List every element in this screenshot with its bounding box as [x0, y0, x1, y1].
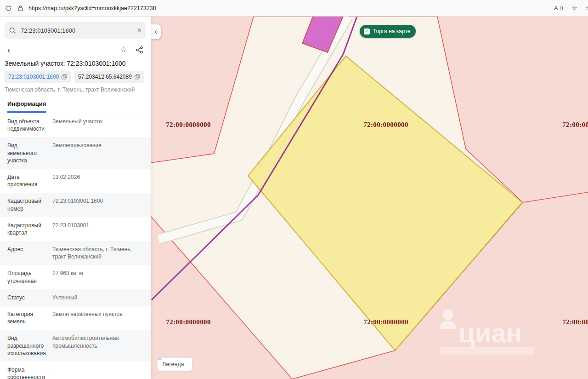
- torgi-toggle-button[interactable]: ✓ Торги на карте: [360, 25, 416, 38]
- table-row: Адрес Тюменская область, г. Тюмень, трак…: [0, 241, 151, 265]
- table-row: Статус Учтенный: [0, 289, 151, 306]
- quarter-label: 72:00:0000000: [363, 121, 408, 128]
- search-input[interactable]: [20, 27, 134, 34]
- row-value: Учтенный: [51, 289, 151, 306]
- share-icon[interactable]: [136, 46, 143, 54]
- page-title: Земельный участок: 72:23:0103001:1600: [0, 56, 151, 70]
- row-label: Площадь уточненная: [0, 265, 51, 289]
- refresh-icon[interactable]: [5, 5, 12, 12]
- torgi-checkbox[interactable]: ✓: [364, 29, 370, 34]
- row-value: Тюменская область, г. Тюмень, тракт Вели…: [51, 241, 151, 265]
- quarter-label: 72:00:0000000: [562, 318, 588, 326]
- copy-icon[interactable]: [62, 74, 67, 80]
- legend-button-label: Легенда: [162, 361, 184, 368]
- watermark-text: циан: [458, 318, 522, 348]
- watermark-blur-line: [440, 347, 534, 355]
- row-label: Кадастровый номер: [0, 193, 51, 217]
- row-value: Земельный участок: [51, 113, 151, 137]
- coordinates-value: 57.203412 65.642089: [78, 74, 132, 80]
- row-label: Вид объекта недвижимости: [0, 113, 51, 137]
- tab-information[interactable]: Информация: [7, 100, 46, 113]
- svg-text:A: A: [554, 5, 558, 11]
- row-value: Земли населенных пунктов: [51, 306, 151, 330]
- address-bar[interactable]: https://map.ru/pkk?ysclid=mmooxkkjae2221…: [28, 5, 156, 11]
- watermark-person-icon: [443, 310, 453, 320]
- cadastral-number-chip[interactable]: 72:23:0103001:1600: [5, 71, 71, 83]
- row-value: Автомобилестроительная промышленность: [51, 330, 151, 362]
- table-row: Кадастровый квартал 72:23:0103001: [0, 217, 151, 241]
- row-label: Статус: [0, 289, 51, 306]
- map-canvas[interactable]: 72:00:0000000 72:00:0000000 72:00:000000…: [151, 17, 588, 379]
- row-value: 72:23:0103001:1600: [51, 193, 151, 217]
- sidebar: × ‹ ☆ Земельный участок: 72:23:0103001:1…: [0, 17, 151, 379]
- row-label: Дата присвоения: [0, 169, 51, 193]
- favorites-star-icon[interactable]: ☆: [571, 5, 577, 11]
- row-value: Землепользование: [51, 137, 151, 169]
- chevron-left-icon: ‹: [154, 27, 157, 36]
- row-value: 27 968 кв. м: [51, 265, 151, 289]
- table-row: Вид земельного участка Землепользование: [0, 137, 151, 169]
- quarter-label: 72:00:0000000: [562, 121, 588, 128]
- row-value: 72:23:0103001: [51, 217, 151, 241]
- coordinates-chip[interactable]: 57.203412 65.642089: [74, 71, 144, 83]
- table-row: Вид объекта недвижимости Земельный участ…: [0, 113, 151, 137]
- row-label: Категория земель: [0, 306, 51, 330]
- row-label: Адрес: [0, 241, 51, 265]
- row-label: Форма собственности: [0, 362, 51, 379]
- tab-bar: Информация: [0, 97, 151, 113]
- info-table: Вид объекта недвижимости Земельный участ…: [0, 113, 151, 379]
- back-button[interactable]: ‹: [7, 45, 11, 54]
- table-row: Вид разрешенного использования Автомобил…: [0, 330, 151, 362]
- row-value: -: [51, 362, 151, 379]
- result-toolbar: ‹ ☆: [0, 41, 151, 56]
- read-aloud-icon[interactable]: A: [554, 5, 564, 12]
- cadastral-number-link[interactable]: 72:23:0103001:1600: [8, 74, 59, 80]
- row-label: Вид разрешенного использования: [0, 330, 51, 362]
- collections-icon[interactable]: ☆: [585, 5, 588, 11]
- quarter-label: 72:00:0000000: [166, 318, 211, 326]
- table-row: Категория земель Земли населенных пункто…: [0, 306, 151, 330]
- table-row: Площадь уточненная 27 968 кв. м: [0, 265, 151, 289]
- table-row: Форма собственности -: [0, 362, 151, 379]
- clear-search-icon[interactable]: ×: [137, 27, 141, 34]
- object-address: Тюменская область, г. Тюмень, тракт Вели…: [0, 86, 151, 97]
- search-icon: [9, 27, 16, 34]
- collapse-sidebar-button[interactable]: ‹: [151, 24, 161, 39]
- torgi-button-label: Торги на карте: [373, 28, 410, 34]
- search-box[interactable]: ×: [5, 22, 146, 39]
- table-row: Кадастровый номер 72:23:0103001:1600: [0, 193, 151, 217]
- browser-toolbar: https://map.ru/pkk?ysclid=mmooxkkjae2221…: [0, 0, 588, 17]
- row-label: Вид земельного участка: [0, 137, 51, 169]
- lock-icon: [17, 5, 24, 12]
- chips-row: 72:23:0103001:1600 57.203412 65.642089: [0, 70, 151, 86]
- table-row: Дата присвоения 13.02.2026: [0, 169, 151, 193]
- quarter-label: 72:00:0000000: [166, 121, 211, 128]
- bookmark-star-icon[interactable]: ☆: [120, 46, 127, 54]
- quarter-label: 72:00:0000000: [363, 318, 408, 326]
- copy-icon[interactable]: [135, 74, 140, 80]
- legend-button[interactable]: Легенда: [157, 357, 192, 371]
- row-value: 13.02.2026: [51, 169, 151, 193]
- row-label: Кадастровый квартал: [0, 217, 51, 241]
